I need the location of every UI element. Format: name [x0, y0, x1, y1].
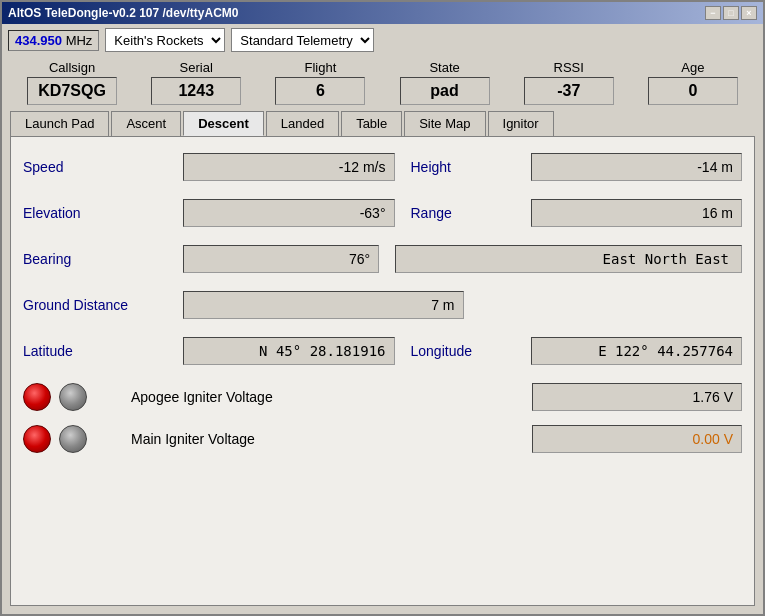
- apogee-value: 1.76 V: [532, 383, 742, 411]
- ground-distance-label: Ground Distance: [23, 297, 183, 313]
- bearing-row: Bearing 76° East North East: [23, 245, 742, 273]
- state-label: State: [429, 60, 459, 75]
- longitude-value: E 122° 44.257764: [531, 337, 743, 365]
- status-header: Callsign KD7SQG Serial 1243 Flight 6 Sta…: [2, 56, 763, 107]
- range-label: Range: [411, 205, 531, 221]
- tab-ignitor[interactable]: Ignitor: [488, 111, 554, 136]
- apogee-led-red: [23, 383, 51, 411]
- speed-height-row: Speed -12 m/s Height -14 m: [23, 153, 742, 181]
- flight-value: 6: [275, 77, 365, 105]
- rssi-label: RSSI: [554, 60, 584, 75]
- ground-distance-row: Ground Distance 7 m: [23, 291, 742, 319]
- tab-table[interactable]: Table: [341, 111, 402, 136]
- age-col: Age 0: [631, 60, 755, 105]
- longitude-label: Longitude: [411, 343, 531, 359]
- height-label: Height: [411, 159, 531, 175]
- tab-site-map[interactable]: Site Map: [404, 111, 485, 136]
- serial-label: Serial: [180, 60, 213, 75]
- main-label: Main Igniter Voltage: [123, 431, 532, 447]
- height-value: -14 m: [531, 153, 743, 181]
- flight-label: Flight: [305, 60, 337, 75]
- callsign-value: KD7SQG: [27, 77, 117, 105]
- elevation-value: -63°: [183, 199, 395, 227]
- telemetry-select[interactable]: Standard Telemetry: [231, 28, 374, 52]
- rocket-select[interactable]: Keith's Rockets: [105, 28, 225, 52]
- tab-ascent[interactable]: Ascent: [111, 111, 181, 136]
- main-led-red: [23, 425, 51, 453]
- latitude-value: N 45° 28.181916: [183, 337, 395, 365]
- age-value: 0: [648, 77, 738, 105]
- elevation-range-row: Elevation -63° Range 16 m: [23, 199, 742, 227]
- main-led-group: [23, 425, 123, 453]
- apogee-led-gray: [59, 383, 87, 411]
- apogee-label: Apogee Igniter Voltage: [123, 389, 532, 405]
- rssi-value: -37: [524, 77, 614, 105]
- elevation-label: Elevation: [23, 205, 183, 221]
- latitude-label: Latitude: [23, 343, 183, 359]
- window-controls: − □ ×: [705, 6, 757, 20]
- title-bar: AltOS TeleDongle-v0.2 107 /dev/ttyACM0 −…: [2, 2, 763, 24]
- minimize-button[interactable]: −: [705, 6, 721, 20]
- flight-col: Flight 6: [258, 60, 382, 105]
- maximize-button[interactable]: □: [723, 6, 739, 20]
- content-panel: Speed -12 m/s Height -14 m Elevation -63…: [10, 136, 755, 606]
- callsign-label: Callsign: [49, 60, 95, 75]
- serial-col: Serial 1243: [134, 60, 258, 105]
- speed-value: -12 m/s: [183, 153, 395, 181]
- frequency-display: 434.950 MHz: [8, 30, 99, 51]
- tab-bar: Launch Pad Ascent Descent Landed Table S…: [2, 107, 763, 136]
- apogee-igniter-row: Apogee Igniter Voltage 1.76 V: [23, 383, 742, 411]
- frequency-unit: MHz: [66, 33, 93, 48]
- close-button[interactable]: ×: [741, 6, 757, 20]
- ground-distance-value: 7 m: [183, 291, 464, 319]
- frequency-value: 434.950: [15, 33, 62, 48]
- state-value: pad: [400, 77, 490, 105]
- state-col: State pad: [382, 60, 506, 105]
- bearing-direction: East North East: [395, 245, 742, 273]
- main-window: AltOS TeleDongle-v0.2 107 /dev/ttyACM0 −…: [0, 0, 765, 616]
- callsign-col: Callsign KD7SQG: [10, 60, 134, 105]
- speed-label: Speed: [23, 159, 183, 175]
- serial-value: 1243: [151, 77, 241, 105]
- age-label: Age: [681, 60, 704, 75]
- tab-landed[interactable]: Landed: [266, 111, 339, 136]
- bearing-label: Bearing: [23, 251, 183, 267]
- toolbar: 434.950 MHz Keith's Rockets Standard Tel…: [2, 24, 763, 56]
- apogee-led-group: [23, 383, 123, 411]
- main-value: 0.00 V: [532, 425, 742, 453]
- main-led-gray: [59, 425, 87, 453]
- tab-descent[interactable]: Descent: [183, 111, 264, 136]
- window-title: AltOS TeleDongle-v0.2 107 /dev/ttyACM0: [8, 6, 239, 20]
- rssi-col: RSSI -37: [507, 60, 631, 105]
- main-igniter-row: Main Igniter Voltage 0.00 V: [23, 425, 742, 453]
- bearing-value: 76°: [183, 245, 379, 273]
- tab-launch-pad[interactable]: Launch Pad: [10, 111, 109, 136]
- lat-lon-row: Latitude N 45° 28.181916 Longitude E 122…: [23, 337, 742, 365]
- range-value: 16 m: [531, 199, 743, 227]
